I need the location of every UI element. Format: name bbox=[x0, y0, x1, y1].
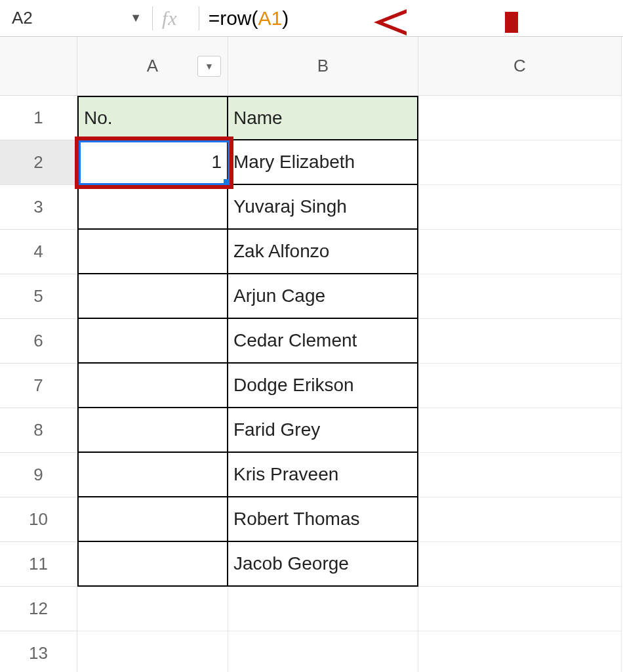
formula-text-prefix: =row( bbox=[209, 7, 258, 29]
cell-b10[interactable]: Robert Thomas bbox=[228, 497, 418, 542]
row-header[interactable]: 8 bbox=[0, 408, 77, 453]
name-box-value: A2 bbox=[12, 8, 33, 28]
cell-c5[interactable] bbox=[418, 274, 622, 319]
row-header[interactable]: 12 bbox=[0, 587, 77, 631]
cell-a4[interactable] bbox=[77, 230, 228, 274]
row-header[interactable]: 7 bbox=[0, 364, 77, 408]
cell-b11[interactable]: Jacob George bbox=[228, 542, 418, 587]
cell-a7[interactable] bbox=[77, 364, 228, 408]
column-header-a[interactable]: A ▼ bbox=[77, 37, 228, 96]
column-header-c[interactable]: C bbox=[418, 37, 622, 96]
column-filter-icon[interactable]: ▼ bbox=[197, 56, 221, 77]
column-label: B bbox=[317, 56, 329, 76]
cell-a3[interactable] bbox=[77, 185, 228, 230]
row-12: 12 bbox=[0, 587, 623, 631]
cell-b13[interactable] bbox=[228, 631, 418, 672]
row-header[interactable]: 2 bbox=[0, 140, 77, 185]
row-header[interactable]: 6 bbox=[0, 319, 77, 364]
cell-a5[interactable] bbox=[77, 274, 228, 319]
cell-c11[interactable] bbox=[418, 542, 622, 587]
row-header[interactable]: 1 bbox=[0, 96, 77, 140]
cell-c6[interactable] bbox=[418, 319, 622, 364]
cell-c3[interactable] bbox=[418, 185, 622, 230]
row-2: 2 1 Mary Elizabeth bbox=[0, 140, 623, 185]
row-header[interactable]: 4 bbox=[0, 230, 77, 274]
formula-bar: A2 ▼ fx =row(A1) bbox=[0, 0, 623, 37]
row-9: 9 Kris Praveen bbox=[0, 453, 623, 497]
row-10: 10 Robert Thomas bbox=[0, 497, 623, 542]
row-5: 5 Arjun Cage bbox=[0, 274, 623, 319]
cell-b5[interactable]: Arjun Cage bbox=[228, 274, 418, 319]
cell-c2[interactable] bbox=[418, 140, 622, 185]
cell-b4[interactable]: Zak Alfonzo bbox=[228, 230, 418, 274]
cell-a13[interactable] bbox=[77, 631, 228, 672]
cell-c8[interactable] bbox=[418, 408, 622, 453]
cell-c10[interactable] bbox=[418, 497, 622, 542]
column-label: C bbox=[513, 56, 526, 76]
fx-icon[interactable]: fx bbox=[162, 7, 178, 30]
row-4: 4 Zak Alfonzo bbox=[0, 230, 623, 274]
formula-text-suffix: ) bbox=[282, 7, 289, 29]
cell-a8[interactable] bbox=[77, 408, 228, 453]
row-8: 8 Farid Grey bbox=[0, 408, 623, 453]
column-label: A bbox=[147, 56, 158, 76]
cell-a11[interactable] bbox=[77, 542, 228, 587]
cell-b12[interactable] bbox=[228, 587, 418, 631]
cell-b9[interactable]: Kris Praveen bbox=[228, 453, 418, 497]
cell-b8[interactable]: Farid Grey bbox=[228, 408, 418, 453]
select-all-corner[interactable] bbox=[0, 37, 77, 96]
cell-b6[interactable]: Cedar Clement bbox=[228, 319, 418, 364]
name-box-dropdown-icon[interactable]: ▼ bbox=[130, 11, 142, 25]
cell-c13[interactable] bbox=[418, 631, 622, 672]
cell-b3[interactable]: Yuvaraj Singh bbox=[228, 185, 418, 230]
row-6: 6 Cedar Clement bbox=[0, 319, 623, 364]
row-header[interactable]: 5 bbox=[0, 274, 77, 319]
cell-c7[interactable] bbox=[418, 364, 622, 408]
cell-a2[interactable]: 1 bbox=[77, 140, 228, 185]
column-header-row: A ▼ B C bbox=[0, 37, 623, 96]
row-header[interactable]: 13 bbox=[0, 631, 77, 672]
cell-a1[interactable]: No. bbox=[77, 96, 228, 140]
cell-c1[interactable] bbox=[418, 96, 622, 140]
formula-cell-ref: A1 bbox=[258, 7, 283, 29]
cell-a9[interactable] bbox=[77, 453, 228, 497]
cell-a10[interactable] bbox=[77, 497, 228, 542]
row-header[interactable]: 9 bbox=[0, 453, 77, 497]
divider bbox=[199, 7, 199, 30]
column-header-b[interactable]: B bbox=[228, 37, 418, 96]
row-11: 11 Jacob George bbox=[0, 542, 623, 587]
cell-a12[interactable] bbox=[77, 587, 228, 631]
name-box[interactable]: A2 ▼ bbox=[5, 5, 150, 32]
row-13: 13 bbox=[0, 631, 623, 672]
row-header[interactable]: 3 bbox=[0, 185, 77, 230]
divider bbox=[152, 7, 153, 30]
spreadsheet-grid[interactable]: A ▼ B C 1 No. Name 2 1 Mary Elizabeth bbox=[0, 37, 623, 672]
row-7: 7 Dodge Erikson bbox=[0, 364, 623, 408]
cell-b1[interactable]: Name bbox=[228, 96, 418, 140]
row-1: 1 No. Name bbox=[0, 96, 623, 140]
cell-c12[interactable] bbox=[418, 587, 622, 631]
cell-b7[interactable]: Dodge Erikson bbox=[228, 364, 418, 408]
row-3: 3 Yuvaraj Singh bbox=[0, 185, 623, 230]
cell-c4[interactable] bbox=[418, 230, 622, 274]
cell-a6[interactable] bbox=[77, 319, 228, 364]
row-header[interactable]: 11 bbox=[0, 542, 77, 587]
row-header[interactable]: 10 bbox=[0, 497, 77, 542]
cell-b2[interactable]: Mary Elizabeth bbox=[228, 140, 418, 185]
formula-input[interactable]: =row(A1) bbox=[209, 7, 289, 30]
cell-c9[interactable] bbox=[418, 453, 622, 497]
